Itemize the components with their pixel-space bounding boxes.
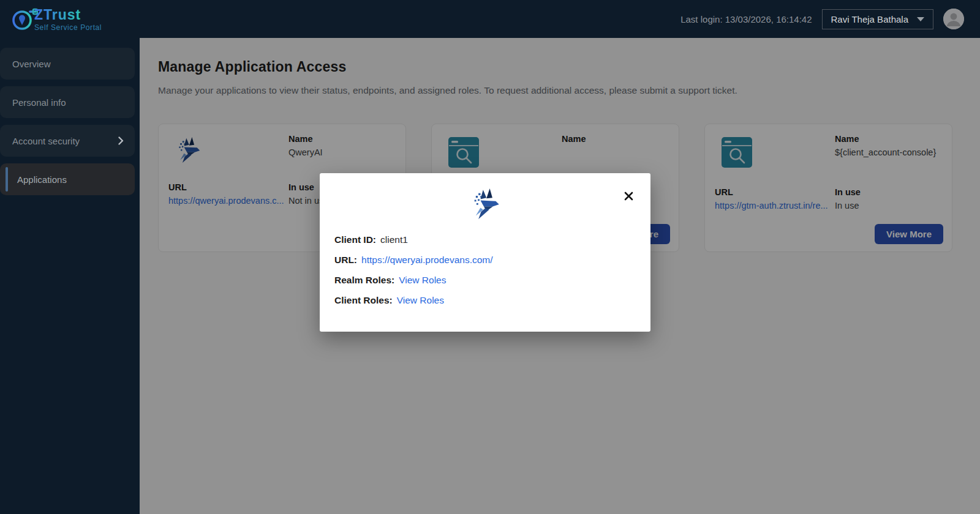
realm-roles-row: Realm Roles:View Roles [334, 275, 636, 286]
user-name: Ravi Theja Bathala [831, 14, 908, 24]
last-login-text: Last login: 13/03/2026, 16:14:42 [680, 14, 812, 24]
realm-roles-link[interactable]: View Roles [399, 275, 446, 285]
url-row: URL:https://qweryai.prodevans.com/ [334, 255, 636, 266]
svg-text:ZTrust: ZTrust [34, 7, 81, 23]
brand-wordmark: ZTrust [34, 7, 107, 23]
sidebar: Overview Personal info Account security … [0, 38, 140, 514]
bird-logo-icon [334, 188, 636, 220]
brand-logo: ZTrust Self Service Portal [10, 4, 107, 34]
client-url-link[interactable]: https://qweryai.prodevans.com/ [361, 255, 493, 265]
client-details-modal: Client ID:client1 URL:https://qweryai.pr… [320, 173, 650, 332]
client-id-row: Client ID:client1 [334, 234, 636, 245]
client-roles-row: Client Roles:View Roles [334, 295, 636, 306]
user-menu-dropdown[interactable]: Ravi Theja Bathala [822, 9, 933, 29]
app-header: ZTrust Self Service Portal Last login: 1… [0, 0, 980, 38]
sidebar-item-personal-info[interactable]: Personal info [0, 86, 135, 118]
client-roles-link[interactable]: View Roles [397, 295, 444, 305]
chevron-right-icon [118, 136, 124, 145]
sidebar-item-applications[interactable]: Applications [0, 163, 135, 195]
person-icon [943, 9, 964, 29]
avatar[interactable] [943, 9, 964, 29]
chevron-down-icon [917, 17, 924, 21]
client-id-value: client1 [380, 234, 408, 245]
close-icon[interactable] [624, 192, 633, 201]
sidebar-item-overview[interactable]: Overview [0, 48, 135, 80]
sidebar-item-account-security[interactable]: Account security [0, 125, 135, 157]
brand-tagline: Self Service Portal [34, 23, 107, 32]
